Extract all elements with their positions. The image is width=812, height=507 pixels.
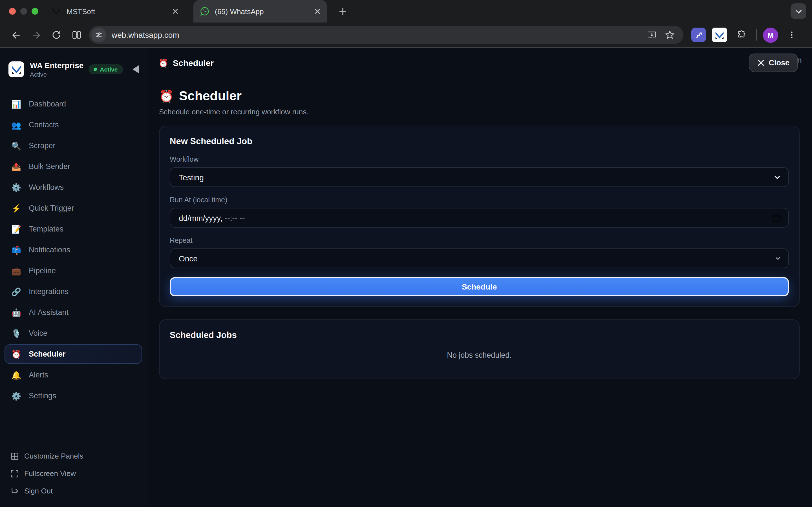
calendar-icon[interactable] (772, 214, 781, 222)
status-dot-icon (94, 68, 97, 71)
run-at-datetime-input[interactable]: dd/mm/yyyy, --:-- -- (170, 208, 789, 228)
toolbar-divider (756, 29, 757, 41)
alarm-clock-icon: ⏰ (159, 89, 174, 103)
back-icon (10, 30, 21, 40)
tab-strip: MSTSoft (65) WhatsApp (0, 0, 812, 22)
sidebar-item-integrations[interactable]: 🔗Integrations (4, 282, 142, 301)
panel-header: ⏰ Scheduler n Close (147, 48, 812, 78)
sidebar-item-notifications[interactable]: 📫Notifications (4, 240, 142, 260)
window-close-button[interactable] (9, 8, 16, 15)
repeat-select[interactable]: Once (170, 248, 789, 268)
address-bar[interactable]: web.whatsapp.com (89, 26, 683, 44)
tab-mstsoft[interactable]: MSTSoft (44, 0, 185, 22)
customize-panels-button[interactable]: Customize Panels (4, 447, 142, 465)
robot-icon: 🤖 (11, 308, 25, 316)
workflow-select[interactable]: Testing (170, 167, 789, 187)
reload-button[interactable] (46, 25, 66, 45)
plus-icon (339, 7, 347, 15)
memo-icon: 📝 (11, 225, 25, 233)
install-app-button[interactable] (643, 26, 661, 44)
sidebar: WA Enterprise Active Active 📊Dashboard 👥… (0, 48, 147, 506)
sidebar-item-quick-trigger[interactable]: ⚡Quick Trigger (4, 198, 142, 218)
sidebar-item-ai-assistant[interactable]: 🤖AI Assistant (4, 302, 142, 322)
url-text[interactable]: web.whatsapp.com (112, 31, 643, 40)
schedule-button[interactable]: Schedule (170, 277, 789, 296)
analytics-extension-button[interactable] (691, 27, 706, 42)
tab-whatsapp[interactable]: (65) WhatsApp (193, 0, 327, 22)
new-tab-button[interactable] (335, 3, 351, 19)
magnifier-icon: 🔍 (11, 142, 25, 150)
fullscreen-view-button[interactable]: Fullscreen View (4, 465, 142, 482)
link-icon: 🔗 (11, 288, 25, 295)
tune-icon (95, 31, 103, 39)
lightning-icon: ⚡ (11, 204, 25, 212)
chevron-down-icon (795, 8, 802, 15)
gear-icon: ⚙️ (11, 183, 25, 191)
repeat-label: Repeat (170, 237, 789, 244)
bookmark-button[interactable] (661, 26, 679, 44)
back-button[interactable] (6, 25, 26, 45)
mstsoft-logo-icon (714, 29, 725, 41)
app-status-text: Active (30, 71, 84, 78)
chevron-down-icon (774, 173, 781, 181)
split-view-button[interactable] (66, 25, 87, 45)
forward-button[interactable] (26, 25, 46, 45)
site-settings-button[interactable] (91, 27, 106, 42)
split-view-icon (71, 30, 82, 40)
sidebar-item-scraper[interactable]: 🔍Scraper (4, 136, 142, 156)
alarm-clock-icon: ⏰ (158, 58, 168, 67)
close-button[interactable]: Close (749, 54, 798, 72)
chevron-down-icon (775, 255, 781, 262)
sidebar-item-alerts[interactable]: 🔔Alerts (4, 365, 142, 385)
sign-out-icon (11, 487, 24, 495)
repeat-selected-value: Once (179, 254, 198, 263)
profile-avatar[interactable]: M (763, 27, 778, 43)
status-badge-label: Active (100, 66, 117, 73)
close-icon (757, 59, 765, 66)
sidebar-item-workflows[interactable]: ⚙️Workflows (4, 177, 142, 197)
tab-title: (65) WhatsApp (215, 7, 312, 15)
sidebar-app-titles: WA Enterprise Active (30, 61, 84, 78)
sign-out-button[interactable]: Sign Out (4, 482, 142, 500)
trend-steps-icon (695, 31, 703, 39)
mstsoft-extension-button[interactable] (712, 27, 727, 42)
run-at-label: Run At (local time) (170, 196, 789, 204)
sidebar-item-settings[interactable]: ⚙️Settings (4, 386, 142, 406)
tab-close-icon[interactable] (312, 6, 322, 16)
puzzle-icon (736, 30, 747, 40)
fullscreen-icon (11, 469, 24, 477)
new-scheduled-job-card: New Scheduled Job Workflow Testing Run A… (159, 126, 800, 307)
microphone-icon: 🎙️ (11, 329, 25, 337)
outbox-icon: 📤 (11, 163, 25, 170)
sidebar-item-bulk-sender[interactable]: 📤Bulk Sender (4, 157, 142, 176)
panel-title: ⏰ Scheduler (158, 58, 214, 68)
tab-title: MSTSoft (66, 7, 170, 15)
window-minimize-button[interactable] (20, 8, 27, 15)
browser-window: MSTSoft (65) WhatsApp (0, 0, 812, 507)
browser-menu-button[interactable] (784, 25, 799, 45)
collapse-sidebar-icon[interactable] (133, 65, 139, 73)
window-controls (0, 8, 44, 15)
run-at-placeholder: dd/mm/yyyy, --:-- -- (179, 213, 245, 222)
sidebar-item-pipeline[interactable]: 💼Pipeline (4, 261, 142, 281)
card-heading: Scheduled Jobs (170, 330, 789, 340)
app-name: WA Enterprise (30, 61, 84, 70)
kebab-menu-icon (787, 31, 796, 40)
sidebar-item-scheduler[interactable]: ⏰Scheduler (4, 344, 142, 364)
tab-close-icon[interactable] (170, 6, 181, 16)
install-icon (647, 30, 657, 40)
card-heading: New Scheduled Job (170, 136, 789, 147)
workflow-label: Workflow (170, 156, 789, 163)
browser-toolbar: web.whatsapp.com (0, 22, 812, 48)
gear-icon: ⚙️ (11, 392, 25, 400)
sidebar-item-templates[interactable]: 📝Templates (4, 219, 142, 239)
alarm-clock-icon: ⏰ (11, 350, 25, 358)
sidebar-item-dashboard[interactable]: 📊Dashboard (4, 94, 142, 114)
forward-icon (31, 30, 42, 40)
sidebar-item-voice[interactable]: 🎙️Voice (4, 323, 142, 343)
sidebar-item-contacts[interactable]: 👥Contacts (4, 115, 142, 135)
extensions-button[interactable] (733, 25, 750, 45)
window-zoom-button[interactable] (32, 8, 38, 15)
tab-search-button[interactable] (791, 3, 806, 19)
mstsoft-favicon (52, 7, 61, 16)
